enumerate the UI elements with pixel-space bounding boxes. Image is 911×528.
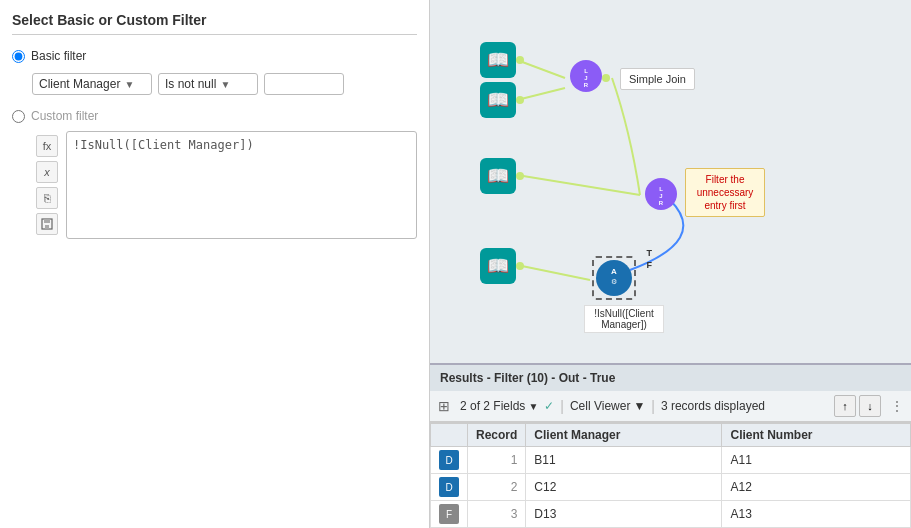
results-bar: Results - Filter (10) - Out - True bbox=[430, 363, 911, 391]
col-header-client-manager: Client Manager bbox=[526, 424, 722, 447]
svg-rect-1 bbox=[44, 219, 50, 223]
more-options[interactable]: ⋮ bbox=[891, 399, 903, 413]
svg-line-5 bbox=[517, 175, 640, 195]
cell-client-manager-2: C12 bbox=[526, 474, 722, 501]
fields-count: 2 of 2 Fields bbox=[460, 399, 525, 413]
fields-badge[interactable]: 2 of 2 Fields ▼ bbox=[460, 399, 538, 413]
connector-3 bbox=[516, 172, 524, 180]
row-num-1: 1 bbox=[468, 447, 526, 474]
custom-filter-row: Custom filter bbox=[12, 109, 417, 123]
svg-text:J: J bbox=[659, 193, 662, 199]
value-input[interactable] bbox=[264, 73, 344, 95]
svg-text:L: L bbox=[659, 186, 663, 192]
formula-caption: !IsNull([Client Manager]) bbox=[584, 305, 664, 333]
table-row: D 1 B11 A11 bbox=[431, 447, 911, 474]
panel-title: Select Basic or Custom Filter bbox=[12, 12, 417, 35]
join-label: Simple Join bbox=[620, 68, 695, 90]
row-icon-cell-1: D bbox=[431, 447, 468, 474]
cell-viewer-btn[interactable]: Cell Viewer ▼ bbox=[570, 399, 645, 413]
svg-rect-2 bbox=[45, 225, 49, 229]
svg-text:R: R bbox=[584, 82, 589, 88]
basic-filter-radio[interactable] bbox=[12, 50, 25, 63]
filter-node-1[interactable]: L J R bbox=[645, 178, 677, 210]
field-dropdown[interactable]: Client Manager ▼ bbox=[32, 73, 152, 95]
connector-join-out bbox=[602, 74, 610, 82]
row-icon-3: F bbox=[439, 504, 459, 524]
left-panel: Select Basic or Custom Filter Basic filt… bbox=[0, 0, 430, 528]
formula-editor[interactable]: !IsNull([Client Manager]) bbox=[66, 131, 417, 239]
separator-2: | bbox=[651, 398, 655, 414]
formula-area: fx x ⎘ !IsNull([Client Manager]) bbox=[32, 131, 417, 239]
row-icon-header bbox=[431, 424, 468, 447]
custom-filter-label: Custom filter bbox=[31, 109, 98, 123]
data-table: Record Client Manager Client Number D 1 … bbox=[430, 423, 911, 528]
sort-up-btn[interactable]: ↑ bbox=[834, 395, 856, 417]
filter-annotation: Filter the unnecessary entry first bbox=[685, 168, 765, 217]
formula-copy-btn[interactable]: ⎘ bbox=[36, 187, 58, 209]
svg-text:J: J bbox=[584, 75, 587, 81]
connector-4 bbox=[516, 262, 524, 270]
row-icon-2: D bbox=[439, 477, 459, 497]
table-body: D 1 B11 A11 D 2 C12 A12 F bbox=[431, 447, 911, 528]
cell-client-number-1: A11 bbox=[722, 447, 911, 474]
cell-viewer-label: Cell Viewer bbox=[570, 399, 630, 413]
fields-dropdown-chevron: ▼ bbox=[528, 401, 538, 412]
book-node-4[interactable]: 📖 bbox=[480, 248, 516, 284]
condition-dropdown[interactable]: Is not null ▼ bbox=[158, 73, 258, 95]
canvas-area: 📖 📖 L J R Simple Join 📖 bbox=[430, 0, 911, 363]
table-header-row: Record Client Manager Client Number bbox=[431, 424, 911, 447]
results-toolbar: ⊞ 2 of 2 Fields ▼ ✓ | Cell Viewer ▼ | 3 … bbox=[430, 391, 911, 422]
true-label: T bbox=[647, 248, 653, 258]
cell-client-number-3: A13 bbox=[722, 501, 911, 528]
formula-node-selected: A ⚙ bbox=[592, 256, 636, 300]
svg-line-6 bbox=[517, 265, 590, 280]
sort-buttons: ↑ ↓ bbox=[834, 395, 881, 417]
join-node[interactable]: L J R bbox=[570, 60, 602, 92]
cell-client-manager-3: D13 bbox=[526, 501, 722, 528]
results-bar-label: Results - Filter (10) - Out - True bbox=[440, 371, 615, 385]
svg-text:R: R bbox=[659, 200, 664, 206]
field-dropdown-value: Client Manager bbox=[39, 77, 120, 91]
condition-dropdown-chevron: ▼ bbox=[220, 79, 230, 90]
field-dropdown-chevron: ▼ bbox=[124, 79, 134, 90]
book-node-2[interactable]: 📖 bbox=[480, 82, 516, 118]
basic-filter-row: Basic filter bbox=[12, 49, 417, 63]
book-node-1[interactable]: 📖 bbox=[480, 42, 516, 78]
col-header-record: Record bbox=[468, 424, 526, 447]
svg-line-3 bbox=[517, 60, 565, 78]
formula-toolbar: fx x ⎘ bbox=[32, 131, 62, 239]
results-area: Record Client Manager Client Number D 1 … bbox=[430, 422, 911, 528]
col-header-client-number: Client Number bbox=[722, 424, 911, 447]
grid-icon: ⊞ bbox=[438, 398, 450, 414]
separator-1: | bbox=[560, 398, 564, 414]
svg-text:L: L bbox=[584, 68, 588, 74]
false-label: F bbox=[647, 260, 653, 270]
formula-fx-btn[interactable]: fx bbox=[36, 135, 58, 157]
row-icon-cell-3: F bbox=[431, 501, 468, 528]
row-icon-1: D bbox=[439, 450, 459, 470]
sort-down-btn[interactable]: ↓ bbox=[859, 395, 881, 417]
table-row: F 3 D13 A13 bbox=[431, 501, 911, 528]
row-num-3: 3 bbox=[468, 501, 526, 528]
formula-x-btn[interactable]: x bbox=[36, 161, 58, 183]
right-panel: 📖 📖 L J R Simple Join 📖 bbox=[430, 0, 911, 528]
svg-text:⚙: ⚙ bbox=[611, 278, 617, 285]
cell-viewer-chevron: ▼ bbox=[633, 399, 645, 413]
book-node-3[interactable]: 📖 bbox=[480, 158, 516, 194]
cell-client-manager-1: B11 bbox=[526, 447, 722, 474]
row-icon-cell-2: D bbox=[431, 474, 468, 501]
condition-dropdown-value: Is not null bbox=[165, 77, 216, 91]
svg-text:A: A bbox=[611, 267, 617, 276]
formula-save-btn[interactable] bbox=[36, 213, 58, 235]
svg-line-4 bbox=[517, 88, 565, 100]
filter-controls: Client Manager ▼ Is not null ▼ bbox=[32, 73, 417, 95]
connector-2 bbox=[516, 96, 524, 104]
cell-client-number-2: A12 bbox=[722, 474, 911, 501]
records-displayed: 3 records displayed bbox=[661, 399, 828, 413]
custom-filter-radio[interactable] bbox=[12, 110, 25, 123]
check-icon: ✓ bbox=[544, 399, 554, 413]
formula-text: !IsNull([Client Manager]) bbox=[73, 138, 254, 152]
formula-node[interactable]: A ⚙ bbox=[596, 260, 632, 296]
connector-1 bbox=[516, 56, 524, 64]
row-num-2: 2 bbox=[468, 474, 526, 501]
